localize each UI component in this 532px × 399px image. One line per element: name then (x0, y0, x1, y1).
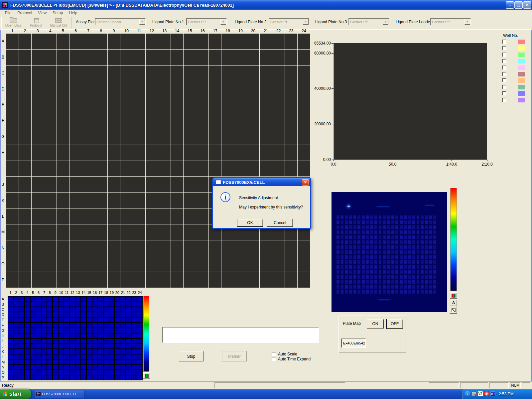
mini-well-cell[interactable] (120, 360, 125, 364)
trace-cell[interactable] (57, 66, 69, 81)
mini-well-cell[interactable] (115, 339, 120, 343)
trace-cell[interactable] (146, 145, 158, 161)
mini-well-cell[interactable] (137, 312, 142, 317)
mini-well-cell[interactable] (132, 349, 137, 354)
trace-cell[interactable] (44, 193, 57, 208)
mini-well-cell[interactable] (126, 354, 131, 359)
trace-cell[interactable] (171, 129, 183, 145)
trace-cell[interactable] (196, 81, 208, 97)
mini-well-cell[interactable] (75, 354, 80, 359)
trace-cell[interactable] (108, 129, 120, 145)
trace-cell[interactable] (82, 161, 94, 177)
mini-well-cell[interactable] (64, 297, 69, 301)
trace-cell[interactable] (171, 97, 183, 113)
mini-well-cell[interactable] (104, 354, 109, 359)
mini-well-cell[interactable] (87, 354, 92, 359)
well-checkbox[interactable] (502, 85, 506, 89)
maximize-button[interactable]: ▢ (514, 1, 523, 9)
mini-well-cell[interactable] (31, 354, 36, 359)
mini-well-cell[interactable] (81, 307, 86, 312)
trace-cell[interactable] (108, 272, 120, 288)
well-checkbox[interactable] (502, 66, 506, 70)
trace-cell[interactable] (95, 81, 107, 97)
mini-well-cell[interactable] (137, 349, 142, 354)
trace-cell[interactable] (133, 256, 145, 272)
mini-well-cell[interactable] (70, 328, 75, 333)
trace-cell[interactable] (234, 129, 246, 145)
mini-well-cell[interactable] (75, 318, 80, 322)
mini-well-cell[interactable] (92, 323, 97, 328)
mini-well-cell[interactable] (137, 339, 142, 343)
trace-cell[interactable] (171, 240, 183, 256)
trace-cell[interactable] (57, 34, 69, 49)
trace-cell[interactable] (108, 177, 120, 192)
mini-well-cell[interactable] (98, 307, 103, 312)
trace-cell[interactable] (19, 66, 31, 81)
trace-cell[interactable] (6, 129, 19, 145)
mini-well-cell[interactable] (64, 370, 69, 375)
trace-cell[interactable] (221, 50, 234, 65)
trace-cell[interactable] (95, 113, 107, 129)
trace-cell[interactable] (120, 177, 133, 192)
mini-well-cell[interactable] (36, 307, 41, 312)
menu-item-help[interactable]: Help (66, 10, 80, 16)
trace-cell[interactable] (184, 272, 196, 288)
mini-well-cell[interactable] (98, 354, 103, 359)
chart-plot[interactable] (333, 43, 487, 160)
trace-cell[interactable] (298, 66, 310, 81)
mini-well-cell[interactable] (98, 365, 103, 370)
trace-cell[interactable] (82, 129, 94, 145)
trace-cell[interactable] (95, 66, 107, 81)
mini-well-cell[interactable] (87, 302, 92, 307)
mini-well-cell[interactable] (126, 360, 131, 364)
trace-cell[interactable] (69, 81, 82, 97)
mini-well-cell[interactable] (115, 302, 120, 307)
trace-cell[interactable] (133, 66, 145, 81)
trace-cell[interactable] (221, 97, 234, 113)
mini-well-cell[interactable] (64, 323, 69, 328)
trace-cell[interactable] (298, 161, 310, 177)
trace-cell[interactable] (146, 208, 158, 224)
mini-well-cell[interactable] (42, 370, 47, 375)
mini-well-cell[interactable] (36, 344, 41, 348)
mini-well-cell[interactable] (42, 344, 47, 348)
mini-well-cell[interactable] (120, 354, 125, 359)
trace-cell[interactable] (171, 224, 183, 240)
trace-cell[interactable] (32, 208, 44, 224)
start-button[interactable]: start (0, 389, 31, 399)
trace-cell[interactable] (209, 129, 221, 145)
mini-well-cell[interactable] (81, 302, 86, 307)
trace-cell[interactable] (6, 145, 19, 161)
plate-map-on-button[interactable]: ON (367, 319, 384, 329)
mini-well-cell[interactable] (8, 360, 13, 364)
mini-well-cell[interactable] (53, 360, 58, 364)
mini-well-cell[interactable] (36, 365, 41, 370)
mini-well-cell[interactable] (98, 328, 103, 333)
mini-well-cell[interactable] (31, 375, 36, 380)
trace-cell[interactable] (196, 145, 208, 161)
mini-well-cell[interactable] (98, 312, 103, 317)
mini-well-cell[interactable] (104, 365, 109, 370)
trace-cell[interactable] (44, 224, 57, 240)
mini-well-cell[interactable] (8, 312, 13, 317)
mini-well-cell[interactable] (98, 302, 103, 307)
mini-well-cell[interactable] (42, 318, 47, 322)
mini-well-cell[interactable] (19, 349, 24, 354)
mini-well-cell[interactable] (81, 297, 86, 301)
mini-well-cell[interactable] (109, 349, 114, 354)
mini-well-cell[interactable] (109, 297, 114, 301)
mini-well-cell[interactable] (92, 344, 97, 348)
mini-well-cell[interactable] (115, 375, 120, 380)
mini-well-cell[interactable] (98, 333, 103, 338)
trace-cell[interactable] (196, 34, 208, 49)
trace-cell[interactable] (247, 240, 259, 256)
mini-well-cell[interactable] (31, 328, 36, 333)
trace-cell[interactable] (184, 256, 196, 272)
mini-well-cell[interactable] (137, 323, 142, 328)
mini-well-cell[interactable] (59, 354, 64, 359)
mini-well-cell[interactable] (70, 312, 75, 317)
trace-cell[interactable] (44, 50, 57, 65)
mini-well-cell[interactable] (109, 307, 114, 312)
trace-cell[interactable] (19, 161, 31, 177)
mini-well-cell[interactable] (92, 370, 97, 375)
